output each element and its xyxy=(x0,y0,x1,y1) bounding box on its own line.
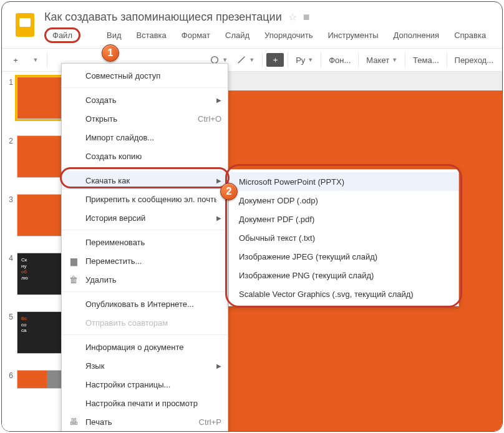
menu-doc-info[interactable]: Информация о документе xyxy=(62,338,228,356)
layout-button[interactable]: Макет▼ xyxy=(362,51,401,69)
doc-title[interactable]: Как создавать запоминающиеся презентации xyxy=(44,11,282,24)
menu-view[interactable]: Вид xyxy=(103,28,125,42)
new-slide-dropdown[interactable]: ▼ xyxy=(26,51,43,69)
menu-version-history[interactable]: История версий▶ xyxy=(62,208,228,227)
menu-share[interactable]: Совместный доступ xyxy=(62,66,228,85)
menu-publish[interactable]: Опубликовать в Интернете... xyxy=(62,294,228,313)
menu-file[interactable]: Файл xyxy=(44,27,80,43)
menu-page-setup[interactable]: Настройки страницы... xyxy=(62,375,228,394)
download-submenu: Microsoft PowerPoint (PPTX) Документ ODP… xyxy=(228,169,459,306)
menu-move[interactable]: ▆Переместить... xyxy=(62,251,228,270)
menu-new[interactable]: Создать▶ xyxy=(62,90,228,109)
menu-download-as[interactable]: Скачать как▶ xyxy=(62,171,228,190)
svg-line-1 xyxy=(238,57,245,64)
menu-help[interactable]: Справка xyxy=(450,28,490,42)
menu-print-preview[interactable]: Настройка печати и просмотр xyxy=(62,394,228,412)
menu-delete[interactable]: 🗑Удалить xyxy=(62,270,228,289)
annotation-badge-1: 1 xyxy=(102,44,119,62)
file-dropdown-menu: Совместный доступ Создать▶ ОткрытьCtrl+O… xyxy=(61,63,228,432)
comment-icon[interactable]: ＋ xyxy=(266,53,284,67)
folder-icon[interactable]: ■ xyxy=(303,11,310,24)
header: Как создавать запоминающиеся презентации… xyxy=(2,2,502,48)
download-odp[interactable]: Документ ODP (.odp) xyxy=(229,191,458,210)
star-icon[interactable]: ☆ xyxy=(288,11,297,23)
menu-send-coauthors: Отправить соавторам xyxy=(62,313,228,332)
menu-print[interactable]: 🖶ПечатьCtrl+P xyxy=(62,412,228,431)
menu-tools[interactable]: Инструменты xyxy=(324,28,382,42)
menu-make-copy[interactable]: Создать копию xyxy=(62,147,228,165)
new-slide-button[interactable]: + xyxy=(7,51,24,69)
input-tool-button[interactable]: Ру▼ xyxy=(292,51,317,69)
trash-icon: 🗑 xyxy=(68,275,79,285)
svg-point-0 xyxy=(211,57,218,64)
menu-open[interactable]: ОткрытьCtrl+O xyxy=(62,109,228,128)
download-pdf[interactable]: Документ PDF (.pdf) xyxy=(229,210,458,228)
download-txt[interactable]: Обычный текст (.txt) xyxy=(229,228,458,247)
transition-button[interactable]: Переход... xyxy=(451,51,497,69)
print-icon: 🖶 xyxy=(68,417,79,427)
menu-email-attach[interactable]: Прикрепить к сообщению эл. почты xyxy=(62,190,228,208)
menu-import[interactable]: Импорт слайдов... xyxy=(62,128,228,147)
menu-arrange[interactable]: Упорядочить xyxy=(261,28,316,42)
annotation-badge-2: 2 xyxy=(220,183,238,200)
download-jpeg[interactable]: Изображение JPEG (текущий слайд) xyxy=(229,247,458,266)
line-icon[interactable]: ▼ xyxy=(233,51,258,69)
menu-format[interactable]: Формат xyxy=(178,28,214,42)
theme-button[interactable]: Тема... xyxy=(409,51,442,69)
menu-slide[interactable]: Слайд xyxy=(221,28,253,42)
menu-language[interactable]: Язык▶ xyxy=(62,356,228,375)
folder-icon: ▆ xyxy=(68,256,79,266)
download-pptx[interactable]: Microsoft PowerPoint (PPTX) xyxy=(229,172,458,191)
menu-rename[interactable]: Переименовать xyxy=(62,233,228,251)
menu-addons[interactable]: Дополнения xyxy=(390,28,443,42)
download-svg[interactable]: Scalable Vector Graphics (.svg, текущий … xyxy=(229,285,458,303)
menubar: Файл Вид Вставка Формат Слайд Упорядочит… xyxy=(44,25,502,47)
download-png[interactable]: Изображение PNG (текущий слайд) xyxy=(229,266,458,285)
menu-insert[interactable]: Вставка xyxy=(133,28,170,42)
app-slides-icon[interactable] xyxy=(11,11,39,39)
background-button[interactable]: Фон... xyxy=(325,51,354,69)
